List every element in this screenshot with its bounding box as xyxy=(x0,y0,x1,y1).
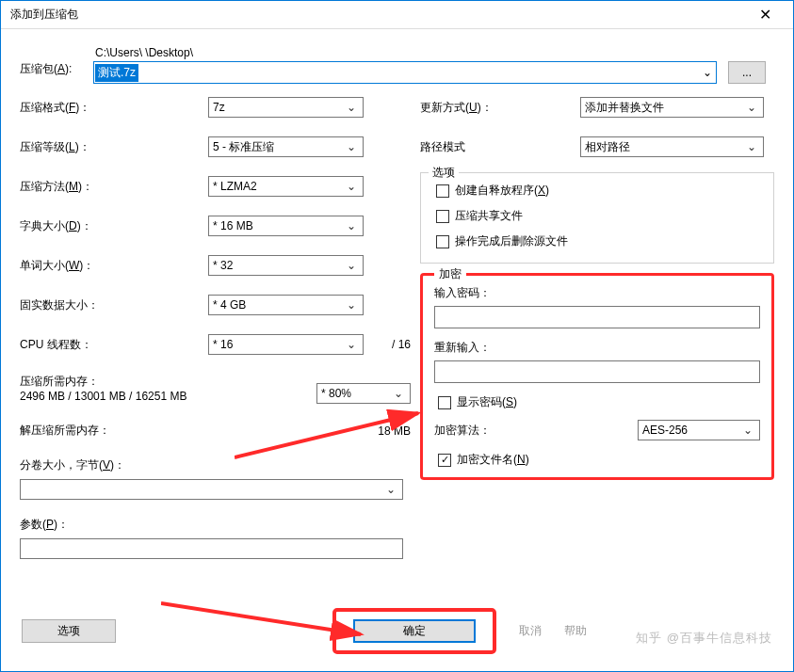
browse-button[interactable]: ... xyxy=(728,61,766,84)
method-label: 压缩方法(M)： xyxy=(20,179,208,195)
dialog-window: 添加到压缩包 ✕ 压缩包(A): C:\Users\ \Desktop\ 测试.… xyxy=(0,0,794,672)
chevron-down-icon: ⌄ xyxy=(744,101,759,114)
sfx-label: 创建自释放程序(X) xyxy=(455,183,549,199)
mem-decompress-label: 解压缩所需内存： xyxy=(20,423,378,439)
format-combo[interactable]: 7z⌄ xyxy=(208,97,364,118)
split-combo[interactable]: ⌄ xyxy=(20,479,403,500)
format-label: 压缩格式(F)： xyxy=(20,100,208,116)
showpwd-checkbox[interactable] xyxy=(438,396,451,409)
chevron-down-icon: ⌄ xyxy=(699,66,716,79)
params-input[interactable] xyxy=(20,538,403,559)
encnames-label: 加密文件名(N) xyxy=(457,452,529,468)
ok-highlight: 确定 xyxy=(332,608,496,654)
alg-label: 加密算法： xyxy=(434,423,638,439)
dict-label: 字典大小(D)： xyxy=(20,218,208,234)
password2-input[interactable] xyxy=(434,360,760,383)
update-label: 更新方式(U)： xyxy=(420,100,580,116)
encryption-fieldset: 加密 输入密码： 重新输入： 显示密码(S) 加密算法： AES-256⌄ ✓加… xyxy=(420,273,774,480)
threads-total: / 16 xyxy=(364,338,411,351)
chevron-down-icon: ⌄ xyxy=(344,101,359,114)
encnames-checkbox[interactable]: ✓ xyxy=(438,454,451,467)
split-label: 分卷大小，字节(V)： xyxy=(20,457,411,473)
shared-label: 压缩共享文件 xyxy=(455,208,523,224)
pathmode-combo[interactable]: 相对路径⌄ xyxy=(580,136,764,157)
level-label: 压缩等级(L)： xyxy=(20,139,208,155)
delete-label: 操作完成后删除源文件 xyxy=(455,233,568,249)
params-label: 参数(P)： xyxy=(20,517,411,533)
word-combo[interactable]: * 32⌄ xyxy=(208,255,364,276)
archive-label: 压缩包(A): xyxy=(20,46,93,77)
level-combo[interactable]: 5 - 标准压缩⌄ xyxy=(208,136,364,157)
help-button[interactable]: 帮助 xyxy=(564,623,587,639)
watermark: 知乎 @百事牛信息科技 xyxy=(636,630,772,647)
chevron-down-icon: ⌄ xyxy=(344,219,359,232)
showpwd-label: 显示密码(S) xyxy=(457,394,517,410)
chevron-down-icon: ⌄ xyxy=(344,140,359,153)
close-button[interactable]: ✕ xyxy=(746,2,784,28)
pathmode-label: 路径模式 xyxy=(420,139,580,155)
dict-combo[interactable]: * 16 MB⌄ xyxy=(208,216,364,236)
ok-button[interactable]: 确定 xyxy=(353,619,476,643)
options-legend: 选项 xyxy=(429,165,459,181)
chevron-down-icon: ⌄ xyxy=(744,140,759,153)
chevron-down-icon: ⌄ xyxy=(740,424,755,437)
archive-path-text: C:\Users\ \Desktop\ xyxy=(95,46,774,59)
window-title: 添加到压缩包 xyxy=(10,7,746,23)
chevron-down-icon: ⌄ xyxy=(383,483,398,496)
encryption-legend: 加密 xyxy=(434,266,466,282)
solid-combo[interactable]: * 4 GB⌄ xyxy=(208,295,364,315)
chevron-down-icon: ⌄ xyxy=(391,387,406,400)
threads-combo[interactable]: * 16⌄ xyxy=(208,334,364,355)
update-combo[interactable]: 添加并替换文件⌄ xyxy=(580,97,764,118)
sfx-checkbox[interactable] xyxy=(436,184,449,198)
cancel-button[interactable]: 取消 xyxy=(519,623,542,639)
chevron-down-icon: ⌄ xyxy=(344,298,359,312)
mem-decompress-value: 18 MB xyxy=(378,424,411,438)
threads-label: CPU 线程数： xyxy=(20,337,208,353)
chevron-down-icon: ⌄ xyxy=(344,259,359,272)
alg-combo[interactable]: AES-256⌄ xyxy=(638,420,760,440)
options-fieldset: 选项 创建自释放程序(X) 压缩共享文件 操作完成后删除源文件 xyxy=(420,172,774,264)
chevron-down-icon: ⌄ xyxy=(344,180,359,193)
password2-label: 重新输入： xyxy=(434,340,760,356)
method-combo[interactable]: * LZMA2⌄ xyxy=(208,176,364,197)
solid-label: 固实数据大小： xyxy=(20,297,208,313)
titlebar: 添加到压缩包 ✕ xyxy=(1,1,793,29)
chevron-down-icon: ⌄ xyxy=(344,338,359,351)
options-button[interactable]: 选项 xyxy=(22,619,116,643)
password-label: 输入密码： xyxy=(434,285,760,301)
shared-checkbox[interactable] xyxy=(436,210,449,223)
word-label: 单词大小(W)： xyxy=(20,258,208,274)
mem-compress-value: 2496 MB / 13001 MB / 16251 MB xyxy=(20,390,316,403)
delete-checkbox[interactable] xyxy=(436,235,449,248)
archive-name-combo[interactable]: 测试.7z ⌄ xyxy=(93,61,717,84)
password-input[interactable] xyxy=(434,306,760,328)
archive-name-value: 测试.7z xyxy=(95,64,138,82)
mem-compress-label: 压缩所需内存： xyxy=(20,374,316,390)
mem-percent-combo[interactable]: * 80%⌄ xyxy=(316,383,411,404)
